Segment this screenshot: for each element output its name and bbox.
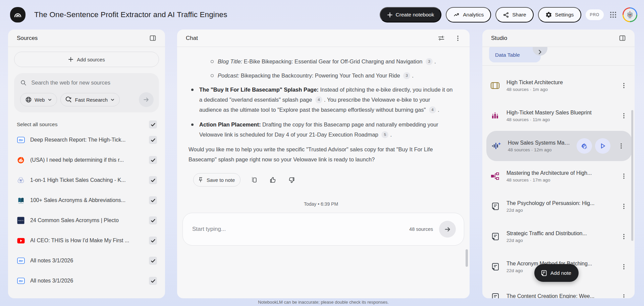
source-checkbox[interactable] (149, 196, 157, 204)
web-filter-dropdown[interactable]: Web (20, 93, 57, 106)
settings-button[interactable]: Settings (538, 7, 581, 22)
source-item[interactable]: m+ All notes 3/1/2026 (14, 271, 159, 291)
youtube-icon (17, 238, 25, 244)
play-icon (599, 143, 606, 149)
add-sources-button[interactable]: Add sources (14, 52, 159, 67)
chat-message: Blog Title: E-Bike Bikepacking: Essentia… (177, 47, 470, 207)
studio-item-selected[interactable]: How Sales Systems Map... 48 sources · 12… (486, 131, 632, 161)
source-checkbox[interactable] (149, 176, 157, 184)
select-all-checkbox[interactable] (149, 120, 157, 129)
chat-bullet: Action Plan Placement: Drafting the copy… (189, 119, 454, 140)
source-checkbox[interactable] (149, 277, 157, 285)
interactive-mode-button[interactable] (577, 138, 592, 154)
studio-item[interactable]: High Ticket Architecture 48 sources · 1m… (482, 70, 635, 101)
notebooklm-logo-icon[interactable] (10, 7, 25, 22)
app-header: The One-Sentence Profit Extractor and AI… (0, 0, 644, 30)
source-checkbox[interactable] (149, 257, 157, 265)
citation-chip[interactable]: 3 (426, 58, 433, 65)
source-item[interactable]: (USA) I need help determining if this r.… (14, 150, 159, 170)
source-item[interactable]: PLECTO 24 Common Sales Acronyms | Plecto (14, 210, 159, 231)
source-item[interactable]: AI CEO: THIS is How I'd Make My First ..… (14, 231, 159, 251)
studio-item[interactable]: The Content Creation Engine: Wee... (482, 282, 635, 298)
source-checkbox[interactable] (149, 237, 157, 245)
citation-chip[interactable]: 5 (381, 131, 388, 138)
apps-grid-icon[interactable] (608, 10, 618, 20)
item-more-options-icon[interactable] (620, 232, 628, 241)
add-note-button[interactable]: Add note (534, 264, 579, 282)
plus-icon (387, 12, 393, 18)
source-checkbox[interactable] (149, 216, 157, 224)
save-to-note-button[interactable]: Save to note (193, 173, 240, 187)
chat-more-options-icon[interactable] (453, 34, 462, 43)
copy-icon[interactable] (250, 175, 259, 185)
chat-input[interactable] (192, 226, 409, 233)
sources-panel: Sources Add sources Web Fast (8, 30, 165, 298)
plecto-icon: PLECTO (17, 217, 25, 224)
item-more-options-icon[interactable] (617, 142, 625, 150)
citation-chip[interactable]: 4 (315, 96, 322, 103)
chat-scrollbar[interactable] (466, 249, 468, 267)
hand-wave-icon (580, 142, 588, 150)
source-item[interactable]: 1-on-1 High Ticket Sales Coaching - K... (14, 170, 159, 190)
collapse-panel-icon[interactable] (618, 33, 627, 43)
source-item[interactable]: m+ All notes 3/1/2026 (14, 251, 159, 271)
chat-settings-icon[interactable] (436, 33, 446, 43)
disclaimer-text: NotebookLM can be inaccurate; please dou… (177, 300, 470, 305)
note-doc-icon (490, 232, 500, 241)
notebook-title[interactable]: The One-Sentence Profit Extractor and AI… (34, 10, 227, 19)
item-more-options-icon[interactable] (620, 111, 628, 120)
search-submit-button[interactable] (139, 92, 154, 107)
chat-input-bar: 48 sources (182, 213, 464, 246)
note-icon (540, 270, 547, 276)
arrow-right-icon (444, 226, 451, 233)
source-checkbox[interactable] (149, 136, 157, 144)
item-more-options-icon[interactable] (620, 172, 628, 181)
item-more-options-icon[interactable] (620, 293, 628, 298)
collapse-panel-icon[interactable] (148, 33, 158, 43)
thumbs-down-icon[interactable] (287, 175, 297, 185)
research-mode-dropdown[interactable]: Fast Research (60, 93, 120, 106)
notebooklm-note-icon: m+ (17, 137, 25, 143)
send-button[interactable] (439, 221, 456, 238)
citation-chip[interactable]: 3 (403, 72, 410, 79)
source-item[interactable]: m+ Deep Research Report: The High-Tick..… (14, 130, 159, 150)
studio-list: High Ticket Architecture 48 sources · 1m… (482, 66, 635, 298)
item-more-options-icon[interactable] (620, 262, 628, 271)
web-venn-icon (17, 176, 25, 184)
studio-panel: Studio Data Table High Ticket Architectu… (482, 30, 635, 298)
create-notebook-button[interactable]: Create notebook (380, 7, 442, 22)
citation-chip[interactable]: 4 (429, 106, 436, 113)
studio-item[interactable]: The Psychology of Persuasion: Hig... 22d… (482, 191, 635, 221)
notebooklm-note-icon: m+ (17, 277, 25, 284)
analytics-button[interactable]: Analytics (446, 7, 491, 22)
plus-icon (68, 57, 73, 62)
source-item[interactable]: 100+ Sales Acronyms & Abbreviations... (14, 190, 159, 210)
studio-item[interactable]: Strategic Traffic and Distribution... 22… (482, 221, 635, 252)
svg-text:+: + (21, 279, 23, 283)
share-button[interactable]: Share (495, 7, 533, 22)
search-input[interactable] (31, 80, 154, 86)
chat-panel-title: Chat (186, 35, 198, 42)
studio-item[interactable]: High-Ticket Mastery Sales Blueprint 48 s… (482, 101, 635, 131)
pin-icon (198, 177, 204, 183)
item-more-options-icon[interactable] (620, 202, 628, 211)
source-count-label: 48 sources (409, 226, 433, 232)
research-sparkle-icon (65, 96, 72, 103)
svg-text:+: + (21, 259, 23, 263)
thumbs-up-icon[interactable] (268, 175, 278, 185)
web-search-card: Web Fast Research (14, 73, 159, 112)
avatar[interactable] (623, 7, 637, 22)
item-more-options-icon[interactable] (620, 81, 628, 90)
note-doc-icon (490, 293, 500, 298)
sources-panel-title: Sources (17, 35, 38, 42)
studio-item[interactable]: Mastering the Architecture of High... 48… (482, 161, 635, 191)
book-icon (17, 197, 25, 204)
gear-icon (545, 11, 552, 18)
studio-panel-title: Studio (491, 35, 507, 42)
share-icon (503, 12, 509, 18)
bar-chart-icon (490, 112, 500, 120)
play-button[interactable] (595, 138, 610, 154)
studio-scrollbar[interactable] (631, 110, 633, 241)
source-checkbox[interactable] (149, 156, 157, 164)
chevron-down-icon (48, 98, 52, 102)
